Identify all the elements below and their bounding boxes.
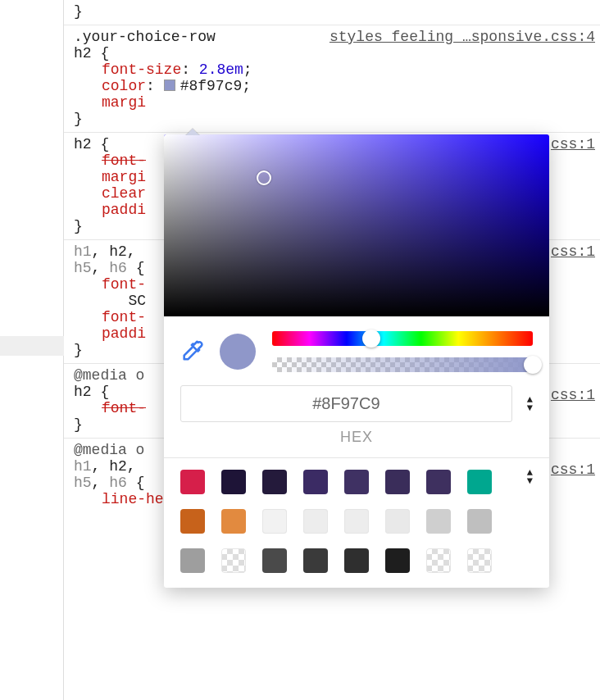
rule-block[interactable]: styles_feeling_…sponsive.css:4 .your-cho… [64,25,600,133]
color-swatch[interactable] [426,509,451,534]
source-link[interactable]: css:1 [551,461,595,478]
alpha-thumb[interactable] [524,356,542,374]
color-swatch[interactable] [426,470,451,494]
source-link[interactable]: css:1 [551,136,595,152]
color-swatch[interactable] [303,548,328,573]
closing-brace: } [74,111,595,127]
popover-arrow [185,128,200,135]
property-name[interactable]: margi [102,169,146,185]
property-value[interactable]: SC [102,293,146,309]
source-link[interactable]: css:1 [551,243,595,260]
format-stepper[interactable]: ▲ ▼ [527,397,533,411]
hue-thumb[interactable] [362,330,380,348]
property-value[interactable]: 2.8em [199,61,243,78]
color-swatch[interactable] [467,548,492,573]
swatch-page-stepper[interactable]: ▲ ▼ [527,470,533,484]
chevron-down-icon[interactable]: ▼ [527,478,533,484]
saturation-value-area[interactable] [164,134,549,316]
current-color-preview [220,334,256,370]
hue-slider[interactable] [272,331,533,346]
declaration[interactable]: color: #8f97c9; [74,78,595,94]
color-swatch[interactable] [221,509,246,534]
color-swatch[interactable] [180,509,205,534]
property-name[interactable]: font- [102,276,146,293]
property-name[interactable]: paddi [102,202,146,218]
rule-block[interactable]: } [64,0,600,25]
color-swatch[interactable] [221,470,246,494]
hex-input[interactable] [180,385,512,422]
selector[interactable]: h2 { [74,45,595,61]
color-swatch[interactable] [262,509,287,534]
source-link[interactable]: styles_feeling_…sponsive.css:4 [330,29,595,45]
color-swatch[interactable] [262,470,287,494]
alpha-slider[interactable] [272,357,533,372]
declaration[interactable]: margi [74,94,595,111]
gutter-highlight [0,336,64,356]
color-picker-popover: ▲ ▼ HEX ▲ ▼ [164,134,549,588]
color-swatch[interactable] [164,80,175,91]
swatch-grid [180,470,512,573]
eyedropper-icon[interactable] [180,340,203,363]
color-swatch[interactable] [467,470,492,494]
color-swatch[interactable] [180,470,205,494]
sv-cursor[interactable] [257,170,271,185]
property-name[interactable]: font- [102,400,146,416]
color-swatch[interactable] [467,509,492,534]
color-swatch[interactable] [385,509,410,534]
color-swatch[interactable] [385,470,410,494]
color-swatch[interactable] [303,470,328,494]
property-name[interactable]: paddi [102,325,146,342]
property-name[interactable]: font-size [102,61,181,78]
color-swatch[interactable] [344,509,369,534]
color-swatch[interactable] [180,548,205,573]
gutter [0,0,64,700]
color-swatch[interactable] [344,470,369,494]
format-label: HEX [164,425,549,457]
color-swatch[interactable] [221,548,246,573]
closing-brace: } [74,3,595,20]
color-swatch[interactable] [303,509,328,534]
property-name[interactable]: margi [102,94,146,111]
color-swatch[interactable] [385,548,410,573]
property-name[interactable]: font- [102,152,146,169]
property-name[interactable]: clear [102,185,146,202]
property-name[interactable]: color [102,78,146,94]
color-swatch[interactable] [262,548,287,573]
color-swatch[interactable] [426,548,451,573]
property-name[interactable]: font- [102,309,146,325]
declaration[interactable]: font-size: 2.8em; [74,61,595,78]
property-value[interactable]: #8f97c9 [180,78,243,94]
color-swatch[interactable] [344,548,369,573]
source-link[interactable]: css:1 [551,387,595,403]
chevron-down-icon[interactable]: ▼ [527,405,533,411]
